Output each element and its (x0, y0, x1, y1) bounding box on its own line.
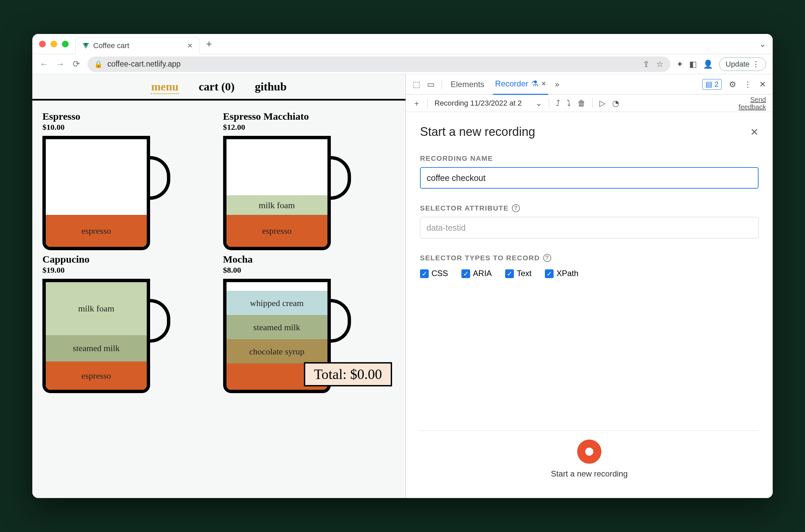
device-toggle-icon[interactable]: ▭ (427, 80, 435, 89)
tab-recorder[interactable]: Recorder ⚗ ✕ (493, 74, 548, 95)
layer-espresso: espresso (46, 215, 147, 247)
check-xpath[interactable]: ✓XPath (545, 269, 578, 278)
close-tab-button[interactable]: ✕ (187, 42, 193, 50)
sidepanel-icon[interactable]: ◧ (689, 59, 697, 69)
menu-item-macchiato[interactable]: Espresso Macchiato $12.00 milk foam espr… (223, 111, 396, 250)
start-recording-caption: Start a new recording (551, 469, 628, 478)
chevron-down-icon[interactable]: ⌄ (535, 98, 542, 108)
check-aria[interactable]: ✓ARIA (461, 269, 492, 278)
tab-title: Coffee cart (93, 41, 129, 50)
site-nav: menu cart (0) github (32, 74, 405, 100)
close-window-button[interactable] (39, 41, 46, 48)
performance-icon[interactable]: ◔ (612, 98, 619, 108)
layer-chocolate-syrup: chocolate syrup (226, 339, 327, 363)
tab-elements[interactable]: Elements (449, 74, 486, 95)
delete-icon[interactable]: 🗑 (578, 98, 586, 108)
item-price: $19.00 (42, 266, 215, 275)
play-icon[interactable]: ▷ (599, 98, 605, 108)
cup-handle (327, 156, 351, 200)
item-price: $10.00 (42, 123, 215, 132)
profile-icon[interactable]: 👤 (703, 59, 713, 69)
recording-name-input[interactable] (420, 167, 758, 189)
selector-types-label: SELECTOR TYPES TO RECORD ? (420, 254, 758, 262)
back-button[interactable]: ← (39, 59, 49, 69)
item-name: Cappucino (42, 253, 215, 265)
start-recording-button[interactable] (577, 439, 601, 464)
layer-espresso: espresso (46, 361, 147, 390)
layer-whipped-cream: whipped cream (226, 291, 327, 315)
cup-handle (147, 299, 170, 343)
checkbox-icon: ✓ (545, 269, 554, 278)
bookmark-icon[interactable]: ☆ (656, 59, 664, 69)
close-devtools-icon[interactable]: ✕ (759, 80, 766, 89)
browser-tab[interactable]: Coffee cart ✕ (75, 37, 200, 54)
cart-total[interactable]: Total: $0.00 (304, 362, 392, 386)
window-controls (39, 41, 69, 48)
menu-item-espresso[interactable]: Espresso $10.00 espresso (42, 111, 215, 250)
devtools-tab-strip: ⬚ ▭ Elements Recorder ⚗ ✕ » ▤ 2 ⚙ ⋮ (406, 74, 773, 95)
help-icon[interactable]: ? (512, 204, 520, 212)
forward-button[interactable]: → (55, 59, 65, 69)
maximize-window-button[interactable] (62, 41, 69, 48)
url-text: coffee-cart.netlify.app (107, 59, 181, 69)
panel-title: Start a new recording (420, 125, 535, 139)
layer-steamed-milk: steamed milk (46, 335, 147, 362)
address-bar: ← → ⟳ 🔒 coffee-cart.netlify.app ⇪ ☆ ✦ ◧ … (32, 54, 773, 74)
browser-window: Coffee cart ✕ + ⌄ ← → ⟳ 🔒 coffee-cart.ne… (32, 34, 773, 498)
menu-grid: Espresso $10.00 espresso Espresso Macchi… (32, 100, 405, 393)
check-text[interactable]: ✓Text (505, 269, 531, 278)
item-name: Mocha (223, 253, 396, 265)
nav-github-link[interactable]: github (255, 80, 287, 94)
more-tabs-icon[interactable]: » (555, 80, 559, 89)
send-feedback-link[interactable]: Send feedback (739, 96, 766, 111)
recorder-panel-body: Start a new recording ✕ RECORDING NAME S… (406, 112, 773, 498)
layer-espresso: espresso (226, 215, 327, 247)
tab-recorder-label: Recorder (495, 79, 528, 89)
item-price: $8.00 (223, 266, 396, 275)
recording-name-label: RECORDING NAME (420, 154, 758, 163)
url-field[interactable]: 🔒 coffee-cart.netlify.app ⇪ ☆ (88, 57, 671, 72)
nav-menu-link[interactable]: menu (151, 80, 178, 94)
recording-dropdown-label[interactable]: Recording 11/23/2022 at 2 (435, 99, 529, 108)
separator (441, 79, 442, 90)
item-price: $12.00 (223, 123, 396, 132)
new-recording-icon[interactable]: ＋ (413, 98, 421, 109)
item-name: Espresso Macchiato (223, 111, 396, 122)
cup-graphic: milk foam steamed milk espresso (42, 279, 170, 393)
flask-icon: ⚗ (531, 79, 538, 89)
import-icon[interactable]: ⤵ (567, 98, 571, 108)
content-row: menu cart (0) github Espresso $10.00 esp… (32, 74, 773, 498)
close-panel-button[interactable]: ✕ (750, 126, 758, 138)
cup-graphic: espresso (42, 136, 170, 250)
export-icon[interactable]: ⤴ (556, 98, 560, 108)
update-button[interactable]: Update ⋮ (719, 57, 766, 71)
cup-graphic: milk foam espresso (223, 136, 351, 250)
extensions-icon[interactable]: ✦ (676, 59, 683, 69)
selector-attribute-input[interactable] (420, 217, 758, 239)
checkbox-icon: ✓ (505, 269, 514, 278)
panel-footer: Start a new recording (420, 431, 758, 485)
selector-types-checks: ✓CSS ✓ARIA ✓Text ✓XPath (420, 269, 758, 278)
inspect-icon[interactable]: ⬚ (413, 80, 420, 89)
messages-badge[interactable]: ▤ 2 (702, 79, 721, 90)
new-tab-button[interactable]: + (206, 38, 212, 50)
share-icon[interactable]: ⇪ (643, 59, 650, 69)
kebab-icon[interactable]: ⋮ (744, 80, 752, 89)
cup-handle (147, 156, 170, 200)
cup-handle (327, 299, 351, 343)
checkbox-icon: ✓ (420, 269, 429, 278)
reload-button[interactable]: ⟳ (71, 59, 81, 69)
minimize-window-button[interactable] (51, 41, 57, 48)
layer-steamed-milk: steamed milk (226, 315, 327, 339)
gear-icon[interactable]: ⚙ (729, 80, 736, 89)
messages-count: 2 (714, 80, 718, 89)
nav-cart-link[interactable]: cart (0) (199, 80, 235, 94)
selector-attribute-label: SELECTOR ATTRIBUTE ? (420, 204, 758, 212)
help-icon[interactable]: ? (543, 254, 551, 262)
close-icon[interactable]: ✕ (541, 80, 546, 88)
tabs-overflow-icon[interactable]: ⌄ (759, 39, 766, 49)
menu-item-cappucino[interactable]: Cappucino $19.00 milk foam steamed milk … (42, 253, 215, 393)
kebab-icon: ⋮ (752, 60, 760, 69)
check-css[interactable]: ✓CSS (420, 269, 448, 278)
separator (592, 98, 593, 108)
